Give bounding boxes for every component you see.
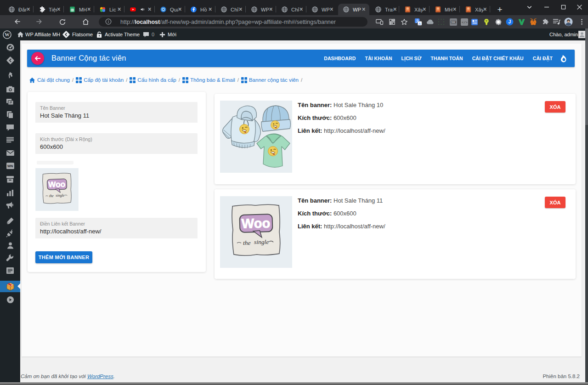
svg-text:SW: SW: [451, 21, 456, 23]
svg-text:W: W: [5, 32, 10, 37]
svg-text:WN: WN: [7, 164, 13, 168]
svg-text:A: A: [418, 22, 421, 26]
svg-text:</>: </>: [462, 21, 468, 24]
svg-text:J: J: [508, 19, 511, 24]
